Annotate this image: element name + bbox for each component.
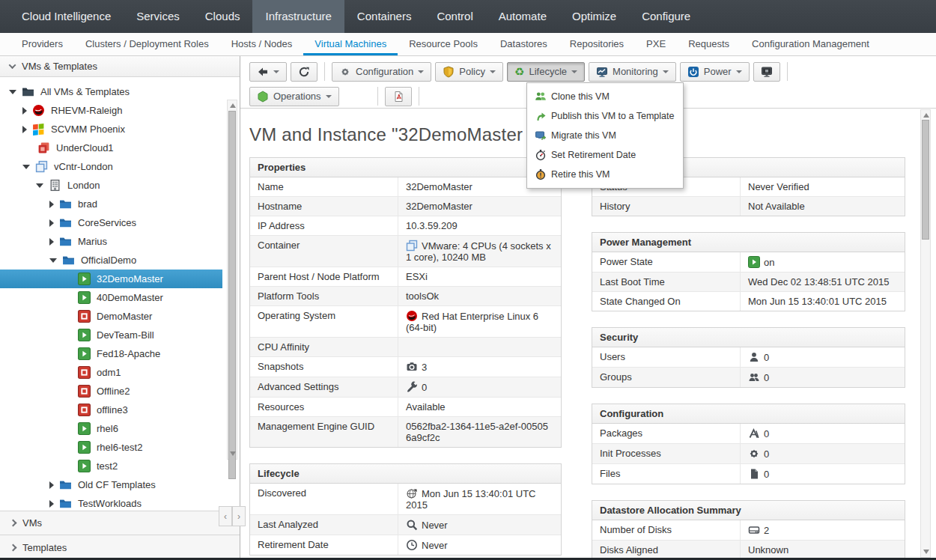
tree-node-40demomaster[interactable]: 40DemoMaster xyxy=(0,288,222,307)
vm-console-button[interactable] xyxy=(753,62,780,82)
expander-collapsed-icon[interactable] xyxy=(49,500,54,508)
tree-node-rhel6-test2[interactable]: rhel6-test2 xyxy=(0,438,222,457)
tree-node-fed18-apache[interactable]: Fed18-Apache xyxy=(0,344,222,363)
tree-node-offline3[interactable]: offline3 xyxy=(0,401,222,419)
tree-node-scvmm-phoenix[interactable]: SCVMM Phoenix xyxy=(0,120,222,139)
nav-services[interactable]: Services xyxy=(124,0,192,33)
subnav-datastores[interactable]: Datastores xyxy=(489,33,559,55)
expander-collapsed-icon[interactable] xyxy=(49,201,54,208)
migrate-icon xyxy=(535,130,547,141)
vm-on-icon xyxy=(78,273,91,285)
table-row: Platform ToolstoolsOk xyxy=(250,287,561,306)
tree-scrollbar-thumb[interactable] xyxy=(228,111,236,479)
subnav-virtual-machines[interactable]: Virtual Machines xyxy=(303,33,398,55)
expander-expanded-icon[interactable] xyxy=(36,183,43,188)
subnav-requests[interactable]: Requests xyxy=(677,33,741,55)
table-row: DiscoveredMon Jun 15 13:40:01 UTC 2015 xyxy=(250,484,561,515)
tree-node-label: Fed18-Apache xyxy=(97,348,160,359)
nav-automate[interactable]: Automate xyxy=(486,0,559,33)
accordion-templates[interactable]: Templates xyxy=(0,535,240,560)
expander-collapsed-icon[interactable] xyxy=(49,481,54,489)
tree-scrollbar[interactable] xyxy=(227,100,237,460)
nav-optimize[interactable]: Optimize xyxy=(559,0,629,33)
menu-item-label: Set Retirement Date xyxy=(551,150,636,160)
subnav-resource-pools[interactable]: Resource Pools xyxy=(398,33,489,55)
tree-node-brad[interactable]: brad xyxy=(0,195,222,213)
expand-right-button[interactable]: › xyxy=(232,506,246,526)
subnav-providers[interactable]: Providers xyxy=(10,33,74,55)
main-scrollbar[interactable] xyxy=(920,109,931,558)
section-title: Properties xyxy=(250,158,561,177)
menu-item-publish-vm[interactable]: Publish this VM to a Template xyxy=(527,106,683,126)
menu-item-label: Clone this VM xyxy=(551,91,610,102)
nav-clouds[interactable]: Clouds xyxy=(192,0,253,33)
subnav-hosts-nodes[interactable]: Hosts / Nodes xyxy=(220,33,304,55)
tree-node-testworkloads[interactable]: TestWorkloads xyxy=(0,494,222,511)
download-pdf-button[interactable] xyxy=(385,87,412,106)
tree-node-officialdemo[interactable]: OfficialDemo xyxy=(0,251,222,270)
tree-node-test2[interactable]: test2 xyxy=(0,457,222,475)
tree-node-label: All VMs & Templates xyxy=(40,86,130,97)
tree-node-marius[interactable]: Marius xyxy=(0,232,222,251)
scroll-up-arrow-icon[interactable] xyxy=(923,113,929,118)
datacenter-icon xyxy=(49,179,61,192)
expander-expanded-icon[interactable] xyxy=(9,90,16,94)
chevron-down-icon xyxy=(9,61,16,69)
subnav-clusters[interactable]: Clusters / Deployment Roles xyxy=(74,33,220,55)
expander-collapsed-icon[interactable] xyxy=(49,219,54,227)
tree-node-odm1[interactable]: odm1 xyxy=(0,363,222,382)
subnav-repositories[interactable]: Repositories xyxy=(559,33,635,55)
menu-item-clone-vm[interactable]: Clone this VM xyxy=(527,87,683,106)
nav-infrastructure[interactable]: Infrastructure xyxy=(252,0,344,33)
power-button[interactable]: Power xyxy=(680,62,750,82)
expander-collapsed-icon[interactable] xyxy=(22,126,27,133)
tree-node-vcntr-london[interactable]: vCntr-London xyxy=(0,157,222,176)
expander-collapsed-icon[interactable] xyxy=(22,107,27,115)
tree-node-rhevm-raleigh[interactable]: RHEVM-Raleigh xyxy=(0,101,222,120)
tree-node-offline2[interactable]: Offline2 xyxy=(0,382,222,401)
operations-button[interactable]: Operations xyxy=(249,87,339,106)
folder-blue-icon xyxy=(59,216,72,229)
tree-node-label: odm1 xyxy=(97,367,121,378)
refresh-button[interactable] xyxy=(291,62,317,82)
tree-node-all-vms-templates[interactable]: All VMs & Templates xyxy=(0,82,222,101)
expander-expanded-icon[interactable] xyxy=(49,258,57,263)
scroll-down-arrow-icon[interactable] xyxy=(230,451,236,456)
nav-cloud-intelligence[interactable]: Cloud Intelligence xyxy=(9,0,124,33)
menu-item-set-retirement-date[interactable]: Set Retirement Date xyxy=(527,145,683,165)
package-icon xyxy=(748,427,760,439)
table-row: Last AnalyzedNever xyxy=(250,515,561,535)
subnav-configuration-management[interactable]: Configuration Management xyxy=(741,33,881,55)
tree-node-rhel6[interactable]: rhel6 xyxy=(0,419,222,438)
collapse-left-button[interactable]: ‹ xyxy=(219,506,232,526)
tree-node-coreservices[interactable]: CoreServices xyxy=(0,213,222,232)
subnav-pxe[interactable]: PXE xyxy=(635,33,677,55)
menu-item-migrate-vm[interactable]: Migrate this VM xyxy=(527,126,683,145)
tree-node-demomaster[interactable]: DemoMaster xyxy=(0,307,222,326)
main-scrollbar-thumb[interactable] xyxy=(922,120,929,240)
nav-containers[interactable]: Containers xyxy=(344,0,425,33)
expander-expanded-icon[interactable] xyxy=(22,165,30,169)
table-row: CPU Affinity xyxy=(250,338,561,357)
tree-node-london[interactable]: London xyxy=(0,176,222,195)
accordion-vms[interactable]: VMs xyxy=(0,511,240,535)
tree-node-old-cf-templates[interactable]: Old CF Templates xyxy=(0,475,222,494)
nav-control[interactable]: Control xyxy=(424,0,485,33)
monitoring-button[interactable]: Monitoring xyxy=(589,62,676,82)
tree-node-undercloud1[interactable]: UnderCloud1 xyxy=(0,139,222,157)
expander-collapsed-icon[interactable] xyxy=(49,238,54,246)
tree-node-32demomaster[interactable]: 32DemoMaster xyxy=(0,270,222,288)
history-back-button[interactable] xyxy=(249,62,287,82)
scroll-down-arrow-icon[interactable] xyxy=(923,550,929,554)
table-row: State Changed OnMon Jun 15 13:40:01 UTC … xyxy=(592,292,905,311)
accordion-vms-and-templates[interactable]: VMs & Templates xyxy=(0,56,240,77)
tree-node-devteam-bill[interactable]: DevTeam-Bill xyxy=(0,326,222,344)
tree-node-label: Old CF Templates xyxy=(78,479,156,490)
table-row: Packages0 xyxy=(592,424,905,444)
scroll-up-arrow-icon[interactable] xyxy=(230,103,236,108)
nav-configure[interactable]: Configure xyxy=(629,0,703,33)
lifecycle-button[interactable]: ♻ Lifecycle xyxy=(507,62,585,82)
configuration-button[interactable]: Configuration xyxy=(332,62,431,82)
policy-button[interactable]: Policy xyxy=(435,62,503,82)
menu-item-retire-vm[interactable]: Retire this VM xyxy=(527,165,683,184)
